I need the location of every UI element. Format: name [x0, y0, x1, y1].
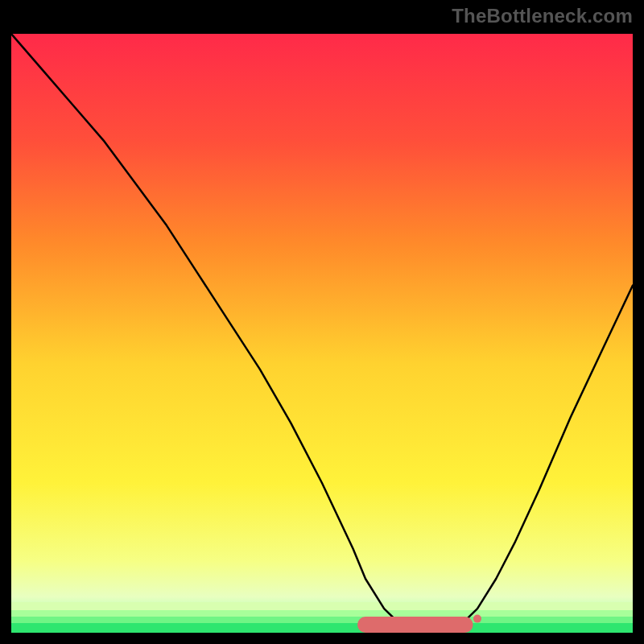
svg-rect-0 — [11, 602, 633, 610]
chart-container: TheBottleneck.com — [0, 0, 644, 644]
gradient-background — [11, 34, 633, 633]
highlight-dot — [473, 615, 481, 623]
svg-rect-1 — [11, 610, 633, 617]
watermark-text: TheBottleneck.com — [452, 5, 633, 27]
svg-rect-2 — [11, 617, 633, 623]
svg-rect-3 — [11, 623, 633, 633]
bottom-bands — [11, 602, 633, 633]
plot-area — [11, 34, 633, 633]
chart-svg — [11, 34, 633, 633]
